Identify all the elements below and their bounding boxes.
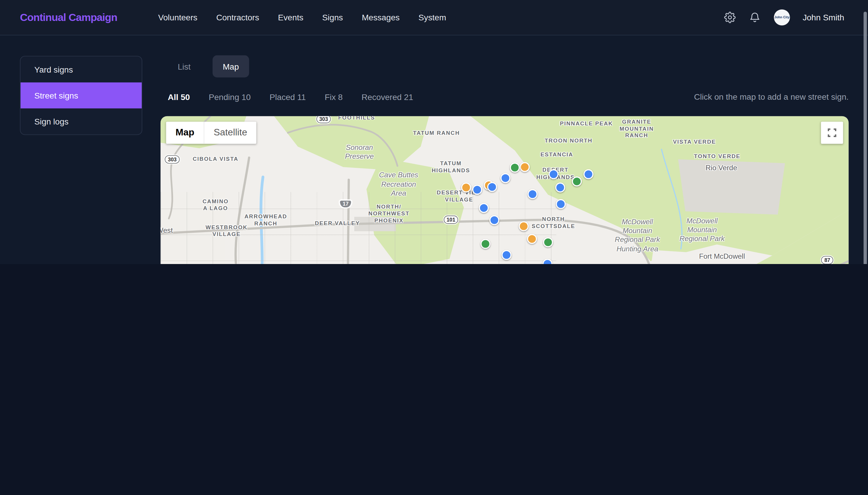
sign-marker-blue[interactable] <box>555 182 566 192</box>
sign-marker-orange[interactable] <box>527 234 537 244</box>
sidebar-item-sign-logs[interactable]: Sign logs <box>20 108 142 135</box>
sign-marker-green[interactable] <box>543 237 553 248</box>
sign-marker-blue[interactable] <box>528 189 538 199</box>
notifications-icon[interactable] <box>749 11 761 23</box>
sign-marker-orange[interactable] <box>520 162 530 172</box>
sign-marker-green[interactable] <box>480 239 490 249</box>
nav-item-contractors[interactable]: Contractors <box>216 13 259 22</box>
street-signs-map[interactable]: FOOTHILLSTATUM RANCHPINNACLE PEAKGRANITE… <box>161 116 849 264</box>
sidebar-item-yard-signs[interactable]: Yard signs <box>20 56 142 82</box>
route-shield-87: 87 <box>821 256 833 264</box>
sign-marker-blue[interactable] <box>502 250 512 260</box>
sign-marker-blue[interactable] <box>472 185 482 195</box>
sign-marker-blue[interactable] <box>489 215 499 225</box>
tab-map[interactable]: Map <box>213 55 249 78</box>
map-type-map[interactable]: Map <box>166 122 204 144</box>
sign-marker-blue[interactable] <box>548 169 559 179</box>
sign-marker-blue[interactable] <box>501 173 510 183</box>
top-navigation-bar: Continual Campaign VolunteersContractors… <box>0 0 868 35</box>
route-shield-101: 101 <box>443 216 458 224</box>
status-filters: All 50Pending 10Placed 11Fix 8Recovered … <box>168 88 413 105</box>
map-type-satellite[interactable]: Satellite <box>204 122 257 144</box>
route-shield-303: 303 <box>165 155 180 164</box>
map-type-control: MapSatellite <box>166 122 257 144</box>
sidebar-item-street-signs[interactable]: Street signs <box>20 82 142 108</box>
nav-item-volunteers[interactable]: Volunteers <box>158 13 197 22</box>
page-scrollbar[interactable] <box>864 12 867 264</box>
user-name[interactable]: John Smith <box>803 13 845 22</box>
tab-list[interactable]: List <box>168 55 200 78</box>
sign-marker-green[interactable] <box>510 163 520 173</box>
nav-item-signs[interactable]: Signs <box>322 13 343 22</box>
filter-fix[interactable]: Fix 8 <box>325 92 343 101</box>
nav-item-messages[interactable]: Messages <box>362 13 399 22</box>
sign-marker-blue[interactable] <box>584 169 594 179</box>
brand-logo[interactable]: Continual Campaign <box>20 11 117 23</box>
main-nav: VolunteersContractorsEventsSignsMessages… <box>158 13 446 22</box>
app-root: Continual Campaign VolunteersContractors… <box>0 0 868 264</box>
route-shield-17: 17 <box>340 200 351 208</box>
route-shield-303: 303 <box>316 116 331 123</box>
avatar[interactable]: John City <box>774 10 790 25</box>
sign-marker-blue[interactable] <box>556 199 566 209</box>
sign-marker-blue[interactable] <box>487 182 497 192</box>
signs-sidebar: Yard signsStreet signsSign logs <box>20 56 142 135</box>
sign-marker-blue[interactable] <box>479 203 489 213</box>
filter-recovered[interactable]: Recovered 21 <box>361 92 413 101</box>
filter-pending[interactable]: Pending 10 <box>209 92 251 101</box>
topbar-actions: John City John Smith <box>724 10 844 25</box>
nav-item-system[interactable]: System <box>419 13 446 22</box>
settings-icon[interactable] <box>724 11 736 23</box>
filter-all[interactable]: All 50 <box>168 92 190 101</box>
sign-marker-orange[interactable] <box>461 182 471 192</box>
sign-marker-green[interactable] <box>572 176 582 186</box>
view-tabs: ListMap <box>168 55 249 78</box>
fullscreen-button[interactable] <box>821 122 843 144</box>
sign-marker-orange[interactable] <box>519 221 529 231</box>
filter-placed[interactable]: Placed 11 <box>269 92 306 101</box>
street-grid-texture <box>161 192 556 264</box>
map-hint-text: Click on the map to add a new street sig… <box>694 92 849 101</box>
nav-item-events[interactable]: Events <box>278 13 304 22</box>
